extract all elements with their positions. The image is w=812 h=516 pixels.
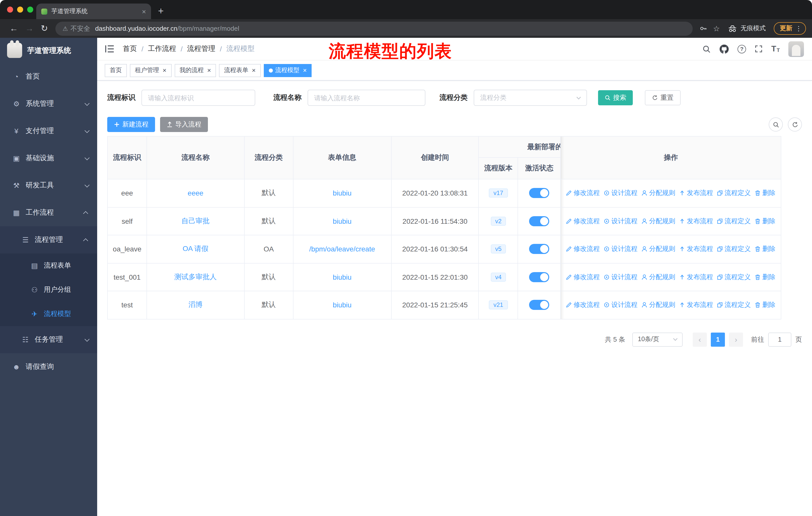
sidebar-item-user-group[interactable]: ⚇ 用户分组 (0, 278, 97, 302)
modify-process-action[interactable]: 修改流程 (566, 245, 600, 254)
tag-my-process[interactable]: 我的流程 × (174, 64, 216, 77)
process-name-input[interactable] (308, 90, 425, 106)
address-bar[interactable]: ⚠ 不安全 dashboard.yudao.iocoder.cn/bpm/man… (56, 21, 693, 35)
next-page-button[interactable]: › (729, 332, 743, 347)
minimize-window-button[interactable] (17, 6, 23, 12)
reload-button[interactable]: ↻ (41, 24, 48, 33)
close-window-button[interactable] (7, 6, 13, 12)
design-process-action[interactable]: 设计流程 (604, 301, 638, 310)
publish-process-action[interactable]: 发布流程 (679, 217, 713, 226)
bookmark-star-icon[interactable]: ☆ (713, 24, 720, 33)
page-number-button[interactable]: 1 (711, 332, 725, 347)
form-info-link[interactable]: biubiu (333, 217, 352, 225)
import-process-button[interactable]: 导入流程 (160, 117, 208, 132)
update-button[interactable]: 更新 ⋮ (774, 22, 806, 35)
assign-rules-action[interactable]: 分配规则 (642, 245, 675, 254)
process-name-link[interactable]: 自己审批 (181, 217, 210, 226)
active-status-toggle[interactable] (529, 188, 549, 198)
app-logo[interactable]: 芋道管理系统 (0, 38, 97, 63)
sidebar-item-leave-query[interactable]: ☻ 请假查询 (0, 353, 97, 380)
form-info-link[interactable]: /bpm/oa/leave/create (309, 245, 375, 253)
new-tab-button[interactable]: + (158, 6, 164, 16)
search-button[interactable]: 搜索 (598, 90, 633, 105)
design-process-action[interactable]: 设计流程 (604, 273, 638, 282)
github-icon[interactable] (719, 44, 729, 54)
publish-process-action[interactable]: 发布流程 (679, 189, 713, 198)
category-select[interactable]: 流程分类 (474, 90, 587, 106)
delete-action[interactable]: 删除 (755, 301, 776, 310)
font-size-icon[interactable] (771, 45, 780, 53)
publish-process-action[interactable]: 发布流程 (679, 301, 713, 310)
delete-action[interactable]: 删除 (755, 245, 776, 254)
zoom-window-button[interactable] (27, 6, 33, 12)
modify-process-action[interactable]: 修改流程 (566, 273, 600, 282)
version-badge[interactable]: v2 (491, 217, 506, 226)
prev-page-button[interactable]: ‹ (693, 332, 707, 347)
search-icon[interactable] (702, 45, 711, 53)
goto-page-input[interactable]: 1 (768, 332, 791, 347)
refresh-table-button[interactable] (788, 117, 802, 132)
process-definition-action[interactable]: 流程定义 (717, 273, 751, 282)
close-tag-icon[interactable]: × (252, 67, 256, 74)
breadcrumb-workflow[interactable]: 工作流程 (148, 44, 176, 53)
assign-rules-action[interactable]: 分配规则 (642, 273, 675, 282)
security-label[interactable]: 不安全 (70, 24, 90, 33)
forward-button[interactable]: → (25, 24, 34, 33)
sidebar-item-process-form[interactable]: ▤ 流程表单 (0, 253, 97, 278)
design-process-action[interactable]: 设计流程 (604, 189, 638, 198)
delete-action[interactable]: 删除 (755, 189, 776, 198)
toggle-search-button[interactable] (769, 117, 783, 132)
sidebar-item-devtools[interactable]: ⚒ 研发工具 (0, 172, 97, 199)
process-name-link[interactable]: 滔博 (188, 301, 203, 310)
sidebar-item-process-mgmt[interactable]: ☰ 流程管理 (0, 226, 97, 253)
sidebar-item-workflow[interactable]: ▦ 工作流程 (0, 199, 97, 226)
active-status-toggle[interactable] (529, 244, 549, 254)
sidebar-item-home[interactable]: ◔ 首页 (0, 63, 97, 90)
process-name-link[interactable]: OA 请假 (182, 245, 208, 254)
close-tab-icon[interactable]: × (142, 8, 146, 15)
process-definition-action[interactable]: 流程定义 (717, 301, 751, 310)
help-icon[interactable]: ? (737, 45, 746, 53)
assign-rules-action[interactable]: 分配规则 (642, 189, 675, 198)
active-status-toggle[interactable] (529, 300, 549, 310)
password-key-icon[interactable] (699, 25, 707, 32)
modify-process-action[interactable]: 修改流程 (566, 301, 600, 310)
reset-button[interactable]: 重置 (645, 90, 680, 105)
form-info-link[interactable]: biubiu (333, 189, 352, 197)
version-badge[interactable]: v17 (489, 189, 508, 198)
tag-process-form[interactable]: 流程表单 × (219, 64, 261, 77)
process-key-input[interactable] (141, 90, 255, 106)
version-badge[interactable]: v5 (491, 245, 506, 254)
create-process-button[interactable]: 新建流程 (107, 117, 155, 132)
publish-process-action[interactable]: 发布流程 (679, 245, 713, 254)
version-badge[interactable]: v21 (489, 301, 508, 310)
publish-process-action[interactable]: 发布流程 (679, 273, 713, 282)
assign-rules-action[interactable]: 分配规则 (642, 217, 675, 226)
active-status-toggle[interactable] (529, 216, 549, 226)
sidebar-item-process-model[interactable]: ✈ 流程模型 (0, 302, 97, 326)
back-button[interactable]: ← (9, 24, 18, 33)
modify-process-action[interactable]: 修改流程 (566, 217, 600, 226)
form-info-link[interactable]: biubiu (333, 301, 352, 309)
active-status-toggle[interactable] (529, 272, 549, 282)
process-name-link[interactable]: eeee (188, 189, 203, 197)
avatar[interactable] (788, 41, 804, 57)
browser-menu-icon[interactable]: ⋮ (795, 25, 802, 32)
close-tag-icon[interactable]: × (303, 67, 307, 74)
tag-home[interactable]: 首页 (105, 64, 127, 77)
tag-tenant-mgmt[interactable]: 租户管理 × (130, 64, 171, 77)
design-process-action[interactable]: 设计流程 (604, 217, 638, 226)
close-tag-icon[interactable]: × (163, 67, 166, 74)
sidebar-item-task-mgmt[interactable]: ☷ 任务管理 (0, 326, 97, 353)
process-name-link[interactable]: 测试多审批人 (174, 273, 217, 282)
process-definition-action[interactable]: 流程定义 (717, 189, 751, 198)
modify-process-action[interactable]: 修改流程 (566, 189, 600, 198)
process-definition-action[interactable]: 流程定义 (717, 217, 751, 226)
sidebar-item-system[interactable]: ⚙ 系统管理 (0, 90, 97, 117)
fullscreen-icon[interactable] (755, 45, 763, 53)
delete-action[interactable]: 删除 (755, 273, 776, 282)
close-tag-icon[interactable]: × (207, 67, 211, 74)
page-size-select[interactable]: 10条/页 (632, 332, 683, 347)
tag-process-model[interactable]: 流程模型 × (264, 64, 312, 77)
breadcrumb-process-mgmt[interactable]: 流程管理 (187, 44, 215, 53)
